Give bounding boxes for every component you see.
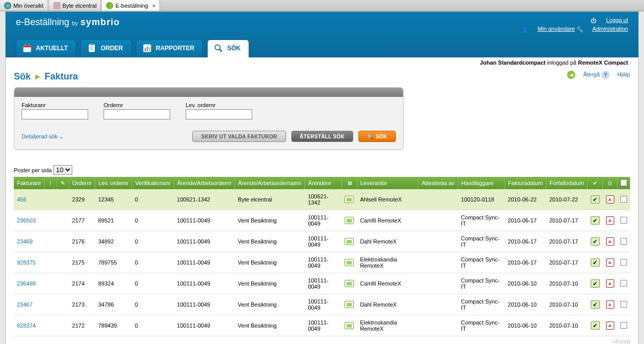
cell-monitor[interactable] (341, 189, 357, 210)
cell-pdf[interactable]: A (603, 252, 617, 273)
cell-pdf[interactable]: A (603, 315, 617, 336)
levordernr-label: Lev. ordernr (186, 102, 252, 108)
table-row[interactable]: 234692176348920100111-0049Vent Besiktnin… (14, 231, 630, 252)
cell-levordernr: 34892 (95, 231, 132, 252)
search-button[interactable]: 🔍SÖK (358, 131, 396, 142)
cell-pdf[interactable]: A (603, 273, 617, 294)
cell-pdf[interactable]: A (603, 189, 617, 210)
col-ordernr[interactable]: Ordernr (69, 177, 95, 189)
approve-icon: ✔ (591, 195, 600, 204)
cell-fakturanr[interactable]: 236489 (14, 273, 45, 294)
cell-pdf[interactable]: A (603, 294, 617, 315)
cell-checkbox[interactable] (617, 189, 630, 210)
cell-action[interactable]: ✔ (588, 189, 603, 210)
table-row[interactable]: 92837421727894390100111-0049Vent Besiktn… (14, 315, 630, 336)
cell-monitor[interactable] (341, 294, 357, 315)
cell-checkbox[interactable] (617, 294, 630, 315)
col-alert[interactable]: ! (45, 177, 57, 189)
col-handlaggare[interactable]: Handläggare (458, 177, 505, 189)
col-fakturanr[interactable]: Fakturanr (14, 177, 45, 189)
cell-arendenr: 100111-0049 (305, 294, 341, 315)
fakturanr-input[interactable] (22, 109, 88, 119)
cell-fakturanr[interactable]: 928375 (14, 252, 45, 273)
browser-tab[interactable]: Min översikt (0, 0, 48, 11)
cell-levordernr: 89324 (95, 273, 132, 294)
table-row[interactable]: 2365032177895210100111-0049Vent Besiktni… (14, 210, 630, 231)
cell-fakturanr[interactable]: 23469 (14, 231, 45, 252)
cell-action[interactable]: ✔ (588, 315, 603, 336)
cell-monitor[interactable] (341, 231, 357, 252)
col-attesteras[interactable]: Attesteras av (418, 177, 458, 189)
checkbox-icon (620, 259, 627, 266)
col-note[interactable]: ✎ (57, 177, 69, 189)
col-arendenr[interactable]: Ärendenr (305, 177, 341, 189)
cell-arendenamn: Byte elcentral (235, 189, 305, 210)
col-pdf[interactable]: ⎙ (603, 177, 617, 189)
tab-order[interactable]: ORDER (80, 39, 131, 57)
ordernr-input[interactable] (104, 109, 170, 119)
col-fakturadatum[interactable]: Fakturadatum (505, 177, 546, 189)
cell-ordernr: 2173 (69, 294, 95, 315)
col-action1[interactable]: ✔ (588, 177, 603, 189)
monitor-icon (345, 238, 354, 245)
table-row[interactable]: 4562329123450100621-1342Byte elcentral10… (14, 189, 630, 210)
cell-checkbox[interactable] (617, 315, 630, 336)
col-arendenamn[interactable]: Ärende/Arbetsordernamn (235, 177, 305, 189)
cell-action[interactable]: ✔ (588, 231, 603, 252)
user-icon: 👤 (521, 26, 528, 32)
cell-action[interactable]: ✔ (588, 210, 603, 231)
print-button[interactable]: SKRIV UT VALDA FAKTUROR (192, 131, 286, 142)
cell-levordernr: 34786 (95, 294, 132, 315)
cell-fakturanr[interactable]: 456 (14, 189, 45, 210)
cell-monitor[interactable] (341, 252, 357, 273)
perpage-select[interactable]: 10 (53, 165, 72, 175)
cell-fakturadatum: 2010-06-22 (505, 189, 546, 210)
prev-link[interactable]: <Föreg (14, 338, 630, 344)
table-row[interactable]: 234672173347860100111-0049Vent Besiktnin… (14, 294, 630, 315)
cell-fakturanr[interactable]: 928374 (14, 315, 45, 336)
cell-checkbox[interactable] (617, 231, 630, 252)
myuser-link[interactable]: Min användare (537, 26, 575, 32)
col-forfallodatum[interactable]: Förfallodatum (546, 177, 587, 189)
col-levordernr[interactable]: Lev. ordernr (95, 177, 132, 189)
levordernr-input[interactable] (186, 109, 252, 119)
table-row[interactable]: 92837521757897550100111-0049Vent Besiktn… (14, 252, 630, 273)
col-leverantor[interactable]: Leverantör (357, 177, 418, 189)
tab-label: RAPPORTER (156, 45, 194, 52)
browser-tab[interactable]: Byte elcentral (49, 0, 102, 11)
help-link[interactable]: Hjälp (617, 71, 630, 77)
cell-checkbox[interactable] (617, 273, 630, 294)
cell-arendenr: 100111-0049 (305, 210, 341, 231)
cell-action[interactable]: ✔ (588, 252, 603, 273)
checkbox-icon (620, 301, 627, 308)
browser-tab[interactable]: E-beställning × (102, 0, 160, 11)
tab-rapporter[interactable]: RAPPORTER (136, 39, 203, 57)
close-icon[interactable]: × (152, 3, 155, 9)
cell-fakturanr[interactable]: 23467 (14, 294, 45, 315)
cell-pdf[interactable]: A (603, 231, 617, 252)
logout-link[interactable]: Logga ut (606, 17, 628, 23)
cell-checkbox[interactable] (617, 210, 630, 231)
cell-ordernr: 2177 (69, 210, 95, 231)
detailed-search-link[interactable]: Detaljerad sök ⌄ (22, 133, 64, 140)
cell-action[interactable]: ✔ (588, 273, 603, 294)
col-verifikationsnr[interactable]: Verifikationsnr (132, 177, 174, 189)
tab-aktuellt[interactable]: AKTUELLT (16, 39, 76, 57)
back-link[interactable]: Återgå (583, 71, 599, 77)
col-check[interactable] (617, 177, 630, 189)
col-monitor[interactable]: 🖥 (341, 177, 357, 189)
cell-arendenr-full: 100621-1342 (174, 189, 235, 210)
tab-sok[interactable]: SÖK (207, 39, 249, 57)
col-arendenr-full[interactable]: Ärende/Arbetsordernr (174, 177, 235, 189)
admin-link[interactable]: Administration (592, 26, 628, 32)
cell-checkbox[interactable] (617, 252, 630, 273)
cell-monitor[interactable] (341, 315, 357, 336)
cell-action[interactable]: ✔ (588, 294, 603, 315)
table-row[interactable]: 2364892174893240100111-0049Vent Besiktni… (14, 273, 630, 294)
reset-button[interactable]: ÅTERSTÄLL SÖK (291, 131, 354, 142)
cell-forfallodatum: 2010-07-17 (546, 231, 587, 252)
cell-monitor[interactable] (341, 273, 357, 294)
cell-pdf[interactable]: A (603, 210, 617, 231)
cell-monitor[interactable] (341, 210, 357, 231)
cell-fakturanr[interactable]: 236503 (14, 210, 45, 231)
